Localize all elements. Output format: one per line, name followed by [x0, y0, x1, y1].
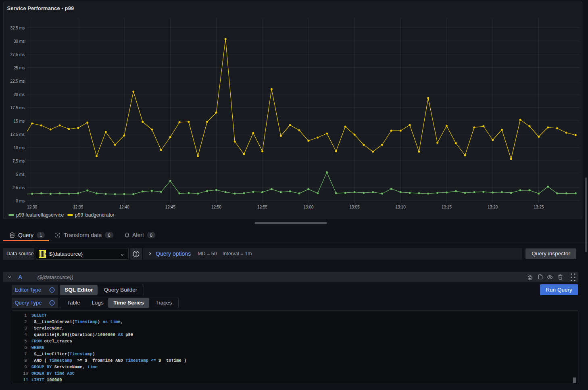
svg-text:13:15: 13:15 [442, 205, 452, 209]
svg-text:22.5 ms: 22.5 ms [10, 79, 25, 83]
svg-text:12:50: 12:50 [211, 205, 221, 209]
svg-text:12:40: 12:40 [119, 205, 129, 209]
svg-text:5 ms: 5 ms [16, 172, 25, 177]
svg-text:13:10: 13:10 [396, 205, 406, 209]
svg-text:32.5 ms: 32.5 ms [10, 26, 25, 30]
svg-text:25 ms: 25 ms [14, 66, 25, 70]
svg-text:13:20: 13:20 [488, 205, 498, 209]
svg-text:13:05: 13:05 [349, 205, 359, 209]
svg-text:13:25: 13:25 [534, 205, 544, 209]
svg-text:2.5 ms: 2.5 ms [13, 186, 25, 190]
svg-text:12.5 ms: 12.5 ms [10, 132, 25, 137]
svg-text:7.5 ms: 7.5 ms [13, 159, 25, 163]
svg-text:27.5 ms: 27.5 ms [10, 52, 25, 57]
svg-text:30 ms: 30 ms [14, 39, 25, 44]
svg-text:0 ms: 0 ms [16, 199, 25, 203]
svg-text:12:35: 12:35 [73, 205, 83, 209]
svg-text:12:45: 12:45 [165, 205, 175, 209]
svg-text:10 ms: 10 ms [14, 146, 25, 150]
svg-text:13:00: 13:00 [303, 205, 313, 209]
svg-text:12:30: 12:30 [27, 205, 37, 209]
svg-text:15 ms: 15 ms [14, 119, 25, 123]
svg-text:20 ms: 20 ms [14, 92, 25, 97]
svg-text:17.5 ms: 17.5 ms [10, 106, 25, 110]
svg-text:12:55: 12:55 [257, 205, 267, 209]
